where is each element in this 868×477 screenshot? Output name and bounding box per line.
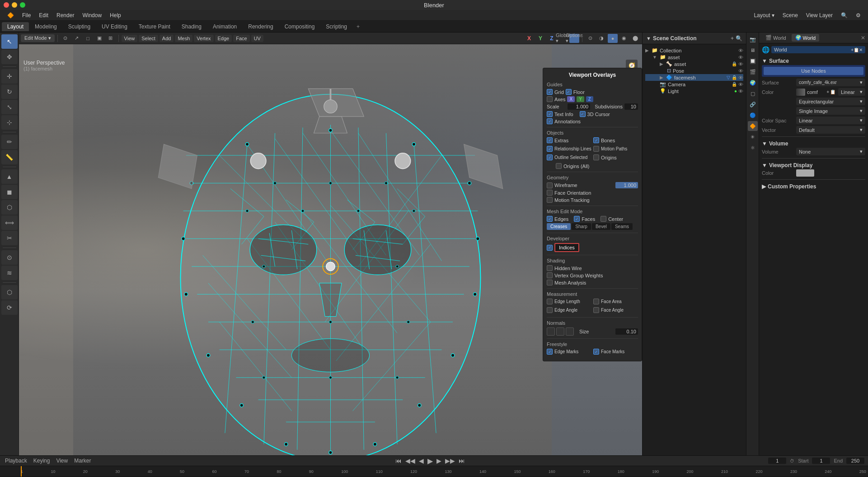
playback-menu[interactable]: Playback	[4, 458, 28, 464]
play-start-btn[interactable]: ⏮	[395, 457, 402, 464]
scene-tab[interactable]: 🎬 World	[762, 34, 790, 42]
start-frame-input[interactable]	[812, 458, 830, 464]
face-marks-checkbox[interactable]	[593, 349, 599, 355]
edge-marks-checkbox[interactable]	[547, 349, 553, 355]
tool-transform[interactable]: ⊹	[1, 115, 18, 130]
bones-checkbox[interactable]	[593, 137, 599, 143]
mesh-menu[interactable]: Mesh	[175, 35, 192, 42]
light-visibility[interactable]: 👁	[738, 89, 743, 94]
viewport-icon-5[interactable]: ⊞	[106, 34, 116, 43]
axis-x-btn[interactable]: X	[567, 96, 575, 102]
edge-length-checkbox[interactable]	[547, 299, 553, 304]
tool-measure[interactable]: 📏	[1, 150, 18, 164]
origins-all-checkbox[interactable]	[556, 163, 562, 169]
prop-scene-icon[interactable]: 🎬	[748, 67, 758, 77]
gizmo-axis-y[interactable]: Y	[535, 34, 545, 43]
filter-icon[interactable]: ▼	[646, 36, 651, 41]
bevel-tab[interactable]: Bevel	[592, 223, 610, 230]
seams-tab[interactable]: Seams	[611, 223, 633, 230]
play-end-btn[interactable]: ⏭	[459, 457, 465, 464]
play-btn[interactable]: ▶	[427, 457, 433, 465]
prev-frame-btn[interactable]: ◀◀	[405, 457, 415, 464]
extras-checkbox[interactable]	[547, 137, 553, 143]
face-orientation-checkbox[interactable]	[547, 190, 553, 196]
menu-blender[interactable]: 🔶	[4, 11, 18, 19]
face-menu[interactable]: Face	[233, 35, 249, 42]
prop-object-data-icon[interactable]: 🔵	[748, 110, 758, 120]
origins-checkbox[interactable]	[593, 154, 599, 160]
tab-sculpting[interactable]: Sculpting	[63, 22, 96, 31]
tree-item-camera[interactable]: 📷 Camera 🔒 👁	[645, 81, 743, 88]
timeline-ruler[interactable]: 1102030405060708090100110120130140150160…	[0, 466, 868, 477]
material-shading[interactable]: ◉	[619, 34, 629, 43]
scale-input[interactable]	[568, 103, 590, 110]
tool-loop-cut[interactable]: ⟺	[1, 215, 18, 230]
tab-compositing[interactable]: Compositing	[279, 22, 320, 31]
mesh-area[interactable]: User Perspective (1) facemesh 🧭 + - 👁 Vi…	[19, 44, 642, 455]
normals-btn-1[interactable]	[547, 327, 555, 336]
prev-keyframe-btn[interactable]: ◀	[419, 457, 424, 464]
tool-knife[interactable]: ✂	[1, 231, 18, 245]
tab-layout[interactable]: Layout	[2, 22, 29, 31]
tree-item-light[interactable]: 💡 Light ● 👁	[645, 88, 743, 94]
tool-move[interactable]: ✛	[1, 69, 18, 84]
add-menu[interactable]: Add	[160, 35, 174, 42]
tool-annotate[interactable]: ✏	[1, 135, 18, 149]
menu-render[interactable]: Render	[53, 11, 78, 19]
tool-smooth[interactable]: ≋	[1, 266, 18, 280]
world-name-dropdown[interactable]: World +📋✕	[771, 46, 865, 53]
viewport-icon-3[interactable]: □	[83, 34, 93, 43]
vertex-group-checkbox[interactable]	[547, 272, 553, 278]
prop-world-icon[interactable]: 🌍	[748, 78, 758, 88]
color-space-dropdown[interactable]: Linear ▾	[796, 117, 865, 124]
faces-checkbox[interactable]	[574, 216, 580, 222]
facemesh-icon2[interactable]: 🔒	[732, 75, 737, 80]
marker-menu[interactable]: Marker	[73, 458, 92, 464]
tab-shading[interactable]: Shading	[176, 22, 207, 31]
color-swatch[interactable]	[796, 89, 805, 96]
volume-section-header[interactable]: ▼ Volume	[762, 140, 865, 148]
menu-help[interactable]: Help	[106, 11, 125, 19]
axes-checkbox[interactable]	[547, 96, 553, 102]
color-icon1[interactable]: +	[826, 89, 829, 94]
overlay-toggle[interactable]: ⊙	[585, 34, 595, 43]
xray-toggle[interactable]: ◑	[596, 34, 606, 43]
close-button[interactable]	[4, 2, 9, 8]
view-menu[interactable]: View	[122, 35, 138, 42]
tree-item-facemesh[interactable]: ▶ 🔷 facemesh ▽ 🔒 👁	[645, 74, 743, 81]
color-icon2[interactable]: 📋	[830, 89, 835, 94]
asset-icon2[interactable]: 🔒	[732, 61, 737, 67]
prop-object-icon[interactable]: ▢	[748, 89, 758, 98]
center-checkbox[interactable]	[601, 216, 606, 222]
volume-dropdown[interactable]: None ▾	[796, 148, 865, 155]
world-tab[interactable]: 🌍 World	[792, 34, 820, 42]
tool-cursor2[interactable]: ✥	[1, 50, 18, 64]
floor-checkbox[interactable]	[566, 89, 572, 95]
timeline-playhead[interactable]	[21, 466, 22, 477]
view-menu-timeline[interactable]: View	[55, 458, 69, 464]
current-frame-input[interactable]	[768, 458, 786, 464]
viewport-display-color-swatch[interactable]	[796, 169, 814, 177]
axis-y-btn[interactable]: Y	[577, 96, 584, 102]
prop-constraints-icon[interactable]: 🔗	[748, 99, 758, 109]
prop-material-icon[interactable]: 🔶	[748, 121, 758, 131]
outline-selected-checkbox[interactable]	[547, 154, 553, 160]
vector-dropdown[interactable]: Default ▾	[796, 126, 865, 134]
custom-props-section-header[interactable]: ▶ Custom Properties	[762, 182, 865, 191]
use-nodes-btn[interactable]: Use Nodes	[764, 67, 863, 75]
keying-menu[interactable]: Keying	[32, 458, 52, 464]
add-workspace-btn[interactable]: +	[353, 22, 363, 31]
search-btn[interactable]: 🔍	[837, 11, 851, 19]
tab-uv-editing[interactable]: UV Editing	[96, 22, 133, 31]
face-angle-checkbox[interactable]	[593, 307, 599, 313]
indices-btn[interactable]: Indices	[554, 243, 579, 252]
minimize-button[interactable]	[12, 2, 17, 8]
maximize-button[interactable]	[20, 2, 25, 8]
end-frame-input[interactable]	[846, 458, 864, 464]
viewport-icon-2[interactable]: ↗	[72, 34, 82, 43]
wireframe-checkbox[interactable]	[547, 182, 553, 188]
tab-rendering[interactable]: Rendering	[243, 22, 278, 31]
next-frame-btn[interactable]: ▶▶	[445, 457, 455, 464]
prop-particles-icon[interactable]: ✳	[748, 132, 758, 142]
tree-item-asset-group[interactable]: ▼ 📁 asset 👁	[645, 54, 743, 61]
